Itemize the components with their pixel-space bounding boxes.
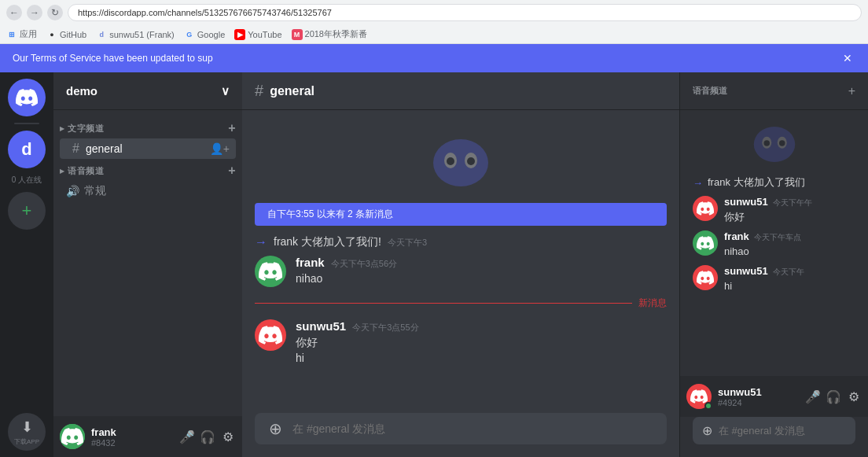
username: frank: [91, 426, 173, 438]
add-channel-button[interactable]: +: [228, 121, 236, 135]
right-sunwu51-time-2: 今天下午: [773, 267, 804, 278]
voice-collapse-icon: ▸: [60, 166, 68, 175]
right-join-text: frank 大佬加入了我们: [708, 175, 805, 190]
right-messages-list: → frank 大佬加入了我们 sunwu51 今天下午午 你好: [680, 110, 868, 376]
right-headphones-button[interactable]: 🎧: [826, 389, 841, 404]
chat-message-input[interactable]: [292, 413, 657, 444]
discord-bookmark-icon: d: [96, 29, 107, 40]
discord-home-button[interactable]: [8, 79, 46, 116]
right-discriminator: #4924: [718, 398, 799, 407]
right-wumpus-area: [680, 116, 868, 172]
google-icon: G: [184, 29, 195, 40]
channel-sidebar: demo ∨ ▸ 文字频道 + # general 👤+ ▸ 语音频道: [53, 72, 242, 457]
download-app-button[interactable]: ⬇ 下载APP: [8, 413, 46, 451]
refresh-button[interactable]: ↻: [47, 5, 63, 20]
right-frank-name: frank: [724, 230, 749, 242]
right-add-button[interactable]: ⊕: [702, 420, 712, 442]
svg-point-3: [447, 157, 454, 165]
avatar-image: [60, 424, 85, 449]
download-icon: ⬇: [21, 418, 33, 436]
right-sunwu51-header-2: sunwu51 今天下午: [724, 265, 855, 278]
user-settings-button[interactable]: ⚙: [220, 429, 236, 444]
bookmark-apps[interactable]: ⊞ 应用: [6, 28, 37, 40]
chevron-down-icon: ∨: [221, 84, 230, 98]
add-member-icon[interactable]: 👤+: [210, 142, 230, 155]
voice-category-header[interactable]: ▸ 语音频道 +: [53, 159, 242, 181]
divider-label: 新消息: [638, 297, 667, 310]
add-server-button[interactable]: +: [8, 192, 46, 230]
browser-nav: ← → ↻ https://discordapp.com/channels/51…: [0, 0, 868, 25]
frank-message-header: frank 今天下午3点56分: [296, 256, 667, 270]
sunwu51-message-header: sunwu51 今天下午3点55分: [296, 319, 667, 334]
right-msg-sunwu51-2: sunwu51 今天下午 hi: [680, 262, 868, 297]
bookmark-2018[interactable]: M 2018年秋季新番: [292, 28, 367, 40]
user-info: frank #8432: [91, 426, 173, 448]
right-input-wrapper: ⊕: [693, 417, 855, 444]
server-sidebar: d 0 人在线 + ⬇ 下载APP: [0, 72, 53, 457]
svg-point-5: [445, 167, 476, 186]
bookmarks-bar: ⊞ 应用 ● GitHub d sunwu51 (Frank) G Google…: [0, 25, 868, 44]
online-status-dot: [704, 402, 712, 410]
add-voice-channel-button[interactable]: +: [228, 164, 236, 178]
frank-message-content: frank 今天下午3点56分 nihao: [296, 256, 667, 287]
sunwu51-message-content: sunwu51 今天下午3点55分 你好 hi: [296, 319, 667, 366]
app-layout: d 0 人在线 + ⬇ 下载APP demo ∨ ▸ 文字频道 + #: [0, 72, 868, 457]
bookmark-youtube[interactable]: ▶ YouTube: [234, 29, 281, 40]
join-message-text: frank 大佬加入了我们!: [274, 235, 381, 249]
chat-messages: 自下午3:55 以来有 2 条新消息 → frank 大佬加入了我们! 今天下午…: [242, 110, 679, 413]
notification-close-button[interactable]: ✕: [840, 50, 855, 66]
server-header[interactable]: demo ∨: [53, 72, 242, 110]
join-message-time: 今天下午3: [388, 237, 427, 249]
chat-input-area: ⊕: [242, 413, 679, 457]
bookmark-discord[interactable]: d sunwu51 (Frank): [96, 29, 175, 40]
deafen-button[interactable]: 🎧: [200, 429, 215, 444]
channel-name: general: [270, 84, 314, 98]
new-messages-bar[interactable]: 自下午3:55 以来有 2 条新消息: [255, 203, 667, 226]
text-category-header[interactable]: ▸ 文字频道 +: [53, 116, 242, 138]
sunwu51-message-text1: 你好: [296, 335, 667, 351]
right-sunwu51-avatar-1: [693, 196, 718, 221]
voice-channel-general[interactable]: 🔊 常规: [53, 181, 242, 201]
frank-avatar: [255, 256, 286, 287]
forward-button[interactable]: →: [27, 5, 42, 20]
back-button[interactable]: ←: [6, 5, 22, 20]
sunwu51-avatar: [255, 319, 286, 351]
svg-point-4: [467, 157, 475, 165]
channel-item-general[interactable]: # general 👤+: [60, 138, 236, 159]
frank-author: frank: [296, 256, 325, 269]
bookmark-google[interactable]: G Google: [184, 29, 225, 40]
mute-button[interactable]: 🎤: [179, 429, 195, 444]
right-message-input[interactable]: [719, 417, 851, 444]
user-discriminator: #8432: [91, 438, 173, 448]
online-count: 0 人在线: [12, 175, 42, 186]
address-bar[interactable]: https://discordapp.com/channels/51325767…: [68, 4, 862, 21]
right-sunwu51-avatar-2: [693, 265, 718, 290]
right-sunwu51-header-1: sunwu51 今天下午午: [724, 196, 855, 208]
svg-point-9: [763, 140, 770, 146]
frank-message-time: 今天下午3点56分: [331, 258, 397, 270]
voice-add-button[interactable]: +: [848, 84, 855, 98]
sunwu51-message-time: 今天下午3点55分: [352, 322, 418, 334]
right-panel: 语音频道 + → frank 大佬加入了我们: [679, 72, 868, 457]
right-msg-frank: frank 今天下午车点 nihao: [680, 227, 868, 262]
right-sunwu51-content-1: sunwu51 今天下午午 你好: [724, 196, 855, 224]
new-message-divider: 新消息: [242, 290, 679, 316]
hash-icon: #: [72, 142, 79, 156]
right-user-controls: 🎤 🎧 ⚙: [805, 389, 862, 404]
right-settings-button[interactable]: ⚙: [846, 389, 862, 404]
channel-hash-icon: #: [255, 82, 263, 100]
right-username: sunwu51: [718, 386, 799, 398]
right-mic-button[interactable]: 🎤: [805, 389, 821, 404]
right-sunwu51-text-1: 你好: [724, 210, 855, 224]
2018-icon: M: [292, 29, 303, 40]
notification-bar: Our Terms of Service have been updated t…: [0, 44, 868, 72]
message-add-button[interactable]: ⊕: [264, 418, 286, 440]
right-sunwu51-name-1: sunwu51: [724, 196, 768, 208]
server-d-icon[interactable]: d: [8, 131, 46, 168]
right-sunwu51-content-2: sunwu51 今天下午 hi: [724, 265, 855, 293]
bookmark-github[interactable]: ● GitHub: [46, 29, 86, 40]
browser-chrome: ← → ↻ https://discordapp.com/channels/51…: [0, 0, 868, 44]
right-sunwu51-name-2: sunwu51: [724, 265, 768, 277]
right-sunwu51-time-1: 今天下午午: [773, 197, 812, 208]
right-frank-content: frank 今天下午车点 nihao: [724, 230, 855, 259]
